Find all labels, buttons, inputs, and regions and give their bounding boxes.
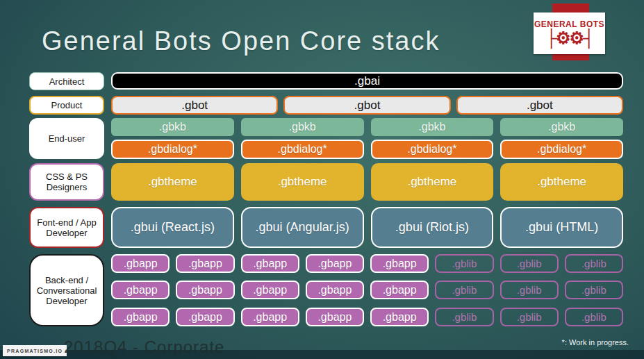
role-label-designers: CSS & PS Designers (29, 163, 104, 201)
stack-box-gbapp: .gbapp (176, 254, 234, 273)
logo-wordmark: GENERAL BOTS (534, 19, 604, 29)
stack-box-gbapp: .gbapp (111, 254, 170, 273)
stack-box-gbkb: .gbkb (241, 118, 364, 136)
stack-box-gbtheme: .gbtheme (500, 163, 623, 201)
stack-box-gbai: .gbai (111, 72, 623, 90)
stack-box-gbapp: .gbapp (241, 254, 299, 273)
stack-box-gbapp: .gbapp (306, 308, 364, 326)
stack-box-gblib: .gblib (435, 254, 493, 273)
role-label-product: Product (29, 96, 104, 115)
role-label-architect: Architect (29, 72, 104, 90)
stack-box-gblib: .gblib (565, 254, 623, 273)
role-label-end-user: End-user (29, 118, 104, 159)
stack-box-gblib: .gblib (435, 281, 493, 299)
slide-canvas: General Bots Open Core stack GENERAL BOT… (0, 0, 644, 359)
stack-box-gblib: .gblib (565, 281, 623, 299)
row-gbot: .gbot .gbot .gbot (111, 96, 623, 115)
stack-box-gbkb: .gbkb (371, 118, 494, 136)
pragmatismo-brand-badge: PRAGMATISMO.IO (3, 345, 67, 356)
gears-icon: ├⚙⚙┤ (545, 29, 593, 47)
stack-box-gbdialog: .gbdialog* (500, 140, 623, 159)
stack-box-gbkb: .gbkb (500, 118, 623, 136)
row-gbui: .gbui (React.js) .gbui (Angular.js) .gbu… (111, 207, 623, 248)
stack-box-gbtheme: .gbtheme (111, 163, 234, 201)
row-gbkb: .gbkb .gbkb .gbkb .gbkb (111, 118, 623, 136)
stack-box-gbapp: .gbapp (176, 308, 234, 326)
row-gbtheme: .gbtheme .gbtheme .gbtheme .gbtheme (111, 163, 623, 201)
page-title: General Bots Open Core stack (42, 26, 542, 56)
role-label-frontend-developer: Font-end / App Developer (29, 207, 104, 248)
stack-box-gbdialog: .gbdialog* (241, 140, 364, 159)
work-in-progress-footnote: *: Work in progress. (562, 338, 629, 347)
stack-box-gblib: .gblib (500, 254, 559, 273)
stack-box-gbui-react: .gbui (React.js) (111, 207, 234, 248)
stack-box-gbapp: .gbapp (306, 254, 364, 273)
stack-box-gbapp: .gbapp (176, 281, 234, 299)
stack-box-gbapp: .gbapp (306, 281, 364, 299)
stack-box-gbapp: .gbapp (370, 281, 429, 299)
stack-box-gbdialog: .gbdialog* (371, 140, 494, 159)
stack-box-gbkb: .gbkb (111, 118, 234, 136)
stack-box-gbot: .gbot (456, 96, 623, 115)
stack-box-gbapp: .gbapp (241, 308, 299, 326)
stack-box-gbapp: .gbapp (111, 281, 170, 299)
stack-box-gblib: .gblib (500, 308, 559, 326)
stack-box-gbot: .gbot (283, 96, 450, 115)
stack-box-gbui-angular: .gbui (Angular.js) (241, 207, 364, 248)
stack-box-gbtheme: .gbtheme (371, 163, 494, 201)
row-apps-1: .gbapp .gbapp .gbapp .gbapp .gbapp .gbli… (111, 254, 623, 273)
stack-box-gblib: .gblib (565, 308, 623, 326)
stack-box-gbapp: .gbapp (111, 308, 170, 326)
role-label-backend-developer: Back-end / Conversational Developer (29, 254, 104, 326)
stack-box-gbui-html: .gbui (HTML) (500, 207, 623, 248)
general-bots-logo: GENERAL BOTS ├⚙⚙┤ (534, 12, 605, 54)
row-gbdialog: .gbdialog* .gbdialog* .gbdialog* .gbdial… (111, 140, 623, 159)
stack-box-gblib: .gblib (500, 281, 559, 299)
stack-box-gbapp: .gbapp (241, 281, 299, 299)
stack-box-gblib: .gblib (435, 308, 493, 326)
stack-box-gbui-riot: .gbui (Riot.js) (371, 207, 494, 248)
row-apps-2: .gbapp .gbapp .gbapp .gbapp .gbapp .gbli… (111, 281, 623, 299)
stack-box-gbapp: .gbapp (370, 308, 429, 326)
row-apps-3: .gbapp .gbapp .gbapp .gbapp .gbapp .gbli… (111, 308, 623, 326)
stack-box-gbdialog: .gbdialog* (111, 140, 234, 159)
stack-box-gbapp: .gbapp (370, 254, 429, 273)
footer-caption: 2018Q4 - Corporate (64, 337, 224, 357)
stack-box-gbot: .gbot (111, 96, 278, 115)
row-gbai: .gbai (111, 72, 623, 90)
stack-box-gbtheme: .gbtheme (241, 163, 364, 201)
